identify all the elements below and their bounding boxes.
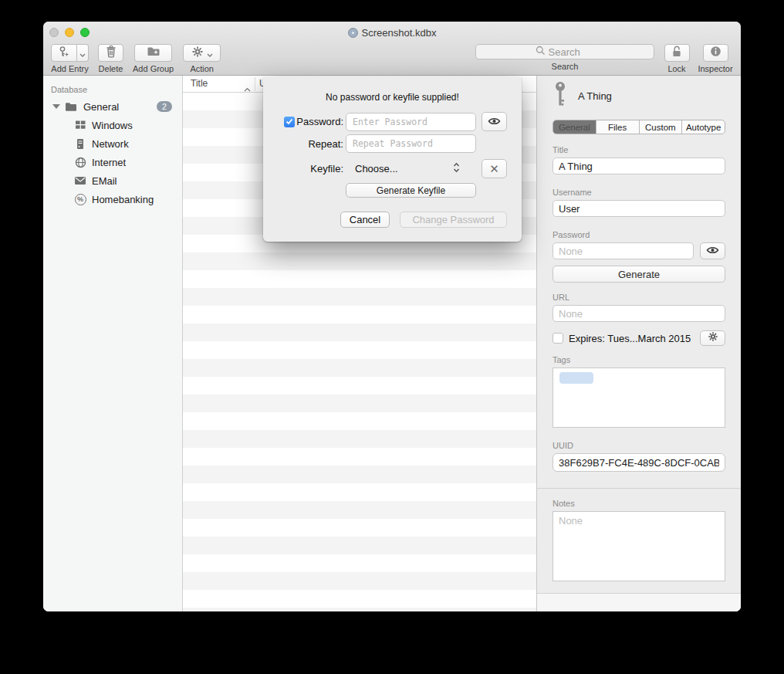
generate-keyfile-button[interactable]: Generate Keyfile [346, 183, 476, 198]
windows-icon [74, 119, 86, 131]
sidebar-item-label: General [83, 101, 157, 113]
column-divider[interactable] [255, 77, 255, 91]
key-icon [553, 81, 568, 110]
tags-field[interactable] [553, 367, 725, 428]
url-field[interactable] [553, 305, 725, 322]
enter-password-input[interactable] [346, 113, 476, 131]
tag-token[interactable] [559, 372, 593, 384]
uuid-field[interactable] [553, 453, 725, 472]
sidebar-item-label: Internet [92, 157, 126, 168]
reveal-password-button[interactable] [482, 112, 507, 131]
password-checkbox[interactable] [284, 117, 295, 127]
sidebar-item-label: EMail [92, 175, 117, 187]
sidebar-item-network[interactable]: Network [43, 134, 182, 153]
envelope-icon [74, 174, 86, 187]
tab-autotype[interactable]: Autotype [682, 120, 725, 134]
search-input[interactable] [549, 46, 595, 58]
delete-button[interactable] [98, 44, 123, 62]
title-field[interactable] [553, 157, 725, 174]
document-icon [348, 28, 358, 38]
stepper-icon [453, 162, 460, 176]
action-group: Action [183, 44, 221, 73]
window-chrome: Screenshot.kdbx [43, 22, 741, 76]
chevron-down-icon [207, 46, 213, 60]
sidebar-item-label: Windows [92, 120, 133, 131]
sidebar: Database General 2 Windows Network [43, 76, 183, 611]
reveal-password-button[interactable] [700, 242, 725, 259]
tab-custom[interactable]: Custom [640, 120, 683, 134]
trash-icon [105, 45, 117, 61]
add-entry-dropdown-button[interactable] [77, 44, 89, 62]
expires-label: Expires: Tues...March 2015 [569, 333, 694, 344]
sidebar-item-internet[interactable]: Internet [43, 153, 182, 171]
action-label: Action [190, 64, 214, 73]
add-entry-button[interactable] [51, 44, 77, 62]
app-window: Screenshot.kdbx [43, 22, 741, 611]
add-group-group: Add Group [133, 44, 174, 73]
toolbar: Add Entry Delete A [43, 43, 741, 75]
gear-icon [708, 331, 718, 345]
sheet-message: No password or keyfile supplied! [263, 92, 522, 103]
keyfile-label: Keyfile: [310, 163, 343, 174]
add-entry-group: Add Entry [51, 44, 89, 73]
expires-checkbox[interactable] [553, 333, 563, 344]
entry-title: A Thing [578, 90, 612, 102]
server-icon [74, 137, 86, 150]
inspector-tabs: General Files Custom Autotype [553, 120, 725, 134]
password-field[interactable] [553, 242, 694, 259]
repeat-label: Repeat: [308, 138, 343, 150]
lock-button[interactable] [664, 44, 690, 62]
repeat-password-input[interactable] [346, 134, 476, 153]
info-icon [710, 46, 721, 60]
sidebar-item-label: Homebanking [92, 194, 154, 205]
notes-label: Notes [553, 499, 725, 508]
inspector-footer [537, 593, 741, 611]
search-group: Search [475, 44, 654, 71]
delete-label: Delete [99, 64, 123, 73]
keyfile-selected-value: Choose... [346, 163, 453, 174]
username-field-label: Username [553, 188, 725, 197]
entry-count-badge: 2 [157, 101, 172, 112]
add-group-label: Add Group [133, 64, 174, 73]
keyfile-popup[interactable]: Choose... [346, 162, 460, 176]
padlock-open-icon [671, 45, 683, 61]
search-field[interactable] [475, 44, 654, 59]
title-field-label: Title [553, 145, 725, 154]
search-icon [536, 45, 546, 59]
password-field-label: Password [553, 230, 725, 239]
folder-plus-icon [147, 46, 161, 60]
sidebar-item-general[interactable]: General 2 [43, 97, 182, 116]
change-password-button[interactable]: Change Password [400, 212, 507, 228]
sidebar-item-homebanking[interactable]: % Homebanking [43, 190, 182, 208]
sidebar-item-windows[interactable]: Windows [43, 116, 182, 134]
column-header-title[interactable]: Title [191, 78, 208, 89]
close-x-icon: ✕ [489, 163, 499, 174]
notes-field[interactable] [553, 511, 725, 581]
expires-settings-button[interactable] [700, 330, 725, 346]
tab-general[interactable]: General [553, 120, 596, 134]
folder-icon [65, 100, 77, 113]
clear-keyfile-button[interactable]: ✕ [482, 159, 507, 178]
inspector-button[interactable] [703, 44, 728, 62]
sidebar-item-label: Network [92, 138, 129, 150]
globe-icon [74, 156, 86, 168]
tags-label: Tags [553, 355, 725, 364]
add-entry-label: Add Entry [51, 64, 88, 73]
generate-password-button[interactable]: Generate [553, 266, 725, 283]
chevron-down-icon [79, 46, 86, 60]
window-title: Screenshot.kdbx [362, 27, 437, 39]
delete-group: Delete [98, 44, 123, 73]
add-group-button[interactable] [134, 44, 172, 62]
search-label: Search [552, 62, 579, 71]
username-field[interactable] [553, 200, 725, 217]
cancel-button[interactable]: Cancel [340, 212, 390, 228]
titlebar[interactable]: Screenshot.kdbx [43, 22, 741, 43]
change-password-sheet: No password or keyfile supplied! Passwor… [263, 77, 522, 242]
lock-group: Lock [658, 44, 695, 73]
eye-icon [706, 244, 719, 258]
tab-files[interactable]: Files [596, 120, 640, 134]
key-plus-icon [58, 46, 70, 61]
action-button[interactable] [183, 44, 221, 62]
disclosure-triangle-icon[interactable] [52, 104, 60, 109]
sidebar-item-email[interactable]: EMail [43, 171, 182, 190]
